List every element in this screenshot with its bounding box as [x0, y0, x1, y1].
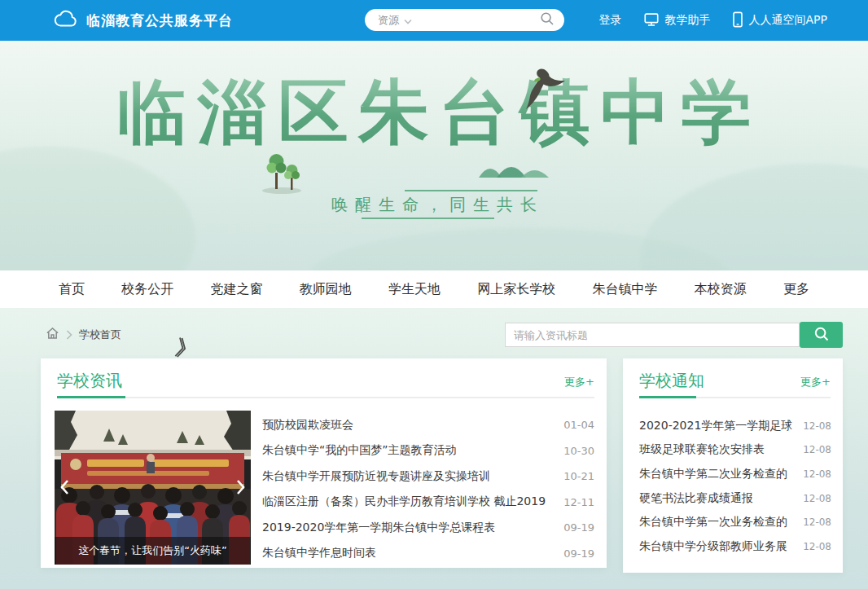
- notice-item-date: 12-08: [803, 420, 831, 432]
- news-item-title: 临淄区注册（备案）民办非学历教育培训学校 截止2019: [262, 494, 554, 509]
- brand-title: 临淄教育公共服务平台: [86, 11, 233, 30]
- notice-item-title: 朱台镇中学分级部教师业务展: [639, 539, 793, 554]
- login-button[interactable]: 登录: [599, 13, 622, 28]
- nav-item-more[interactable]: 更多: [783, 281, 809, 298]
- smartphone-icon: [732, 11, 743, 30]
- divider-accent: [57, 396, 125, 398]
- notice-item-date: 12-08: [803, 541, 831, 552]
- carousel-prev-icon[interactable]: [55, 473, 73, 502]
- chevron-down-icon: [404, 12, 412, 28]
- notice-item-date: 12-08: [803, 444, 831, 455]
- news-list: 预防校园欺凌班会 01-04 朱台镇中学“我的中国梦”主题教育活动 10-30 …: [262, 412, 594, 566]
- news-item-title: 朱台镇中学“我的中国梦”主题教育活动: [262, 443, 554, 458]
- topbar-actions: 登录 教学助手 人人通空间APP: [599, 0, 827, 41]
- news-item[interactable]: 临淄区注册（备案）民办非学历教育培训学校 截止2019 12-11: [262, 490, 594, 516]
- carousel-caption[interactable]: 这个春节，让我们告别“火药味”: [55, 537, 251, 565]
- news-item[interactable]: 朱台镇中学开展预防近视专题讲座及实操培训 10-21: [262, 464, 594, 490]
- news-item-title: 朱台镇中学开展预防近视专题讲座及实操培训: [262, 469, 554, 484]
- notice-item-title: 朱台镇中学第一次业务检查的: [639, 515, 793, 530]
- notice-item[interactable]: 2020-2021学年第一学期足球 12-08: [639, 414, 831, 438]
- news-item-title: 朱台镇中学作息时间表: [262, 546, 554, 560]
- slogan-rule-bottom: [362, 218, 494, 219]
- school-notice-more-link[interactable]: 更多+: [800, 375, 831, 389]
- news-carousel[interactable]: 这个春节，让我们告别“火药味”: [55, 411, 251, 565]
- news-item-date: 12-11: [563, 496, 594, 508]
- monitor-icon: [643, 11, 660, 30]
- brand-link[interactable]: 临淄教育公共服务平台: [54, 0, 233, 41]
- school-notice-card: 学校通知 更多+ 2020-2021学年第一学期足球 12-08 班级足球联赛轮…: [623, 358, 843, 573]
- notice-item-title: 2020-2021学年第一学期足球: [639, 419, 793, 433]
- nav-item-parent-school[interactable]: 网上家长学校: [477, 281, 555, 298]
- nav-item-teacher-garden[interactable]: 教师园地: [300, 281, 352, 298]
- news-item[interactable]: 2019-2020学年第一学期朱台镇中学总课程表 09-19: [262, 515, 594, 541]
- nav-item-home[interactable]: 首页: [59, 281, 85, 298]
- notice-item-title: 朱台镇中学第二次业务检查的: [639, 467, 793, 481]
- notice-item[interactable]: 硬笔书法比赛成绩通报 12-08: [639, 486, 831, 511]
- teaching-assistant-link[interactable]: 教学助手: [643, 11, 711, 30]
- search-icon: [813, 326, 830, 345]
- nav-item-student-world[interactable]: 学生天地: [388, 281, 441, 298]
- news-item[interactable]: 朱台镇中学“我的中国梦”主题教育活动 10-30: [262, 438, 594, 464]
- notice-item[interactable]: 班级足球联赛轮次安排表 12-08: [639, 438, 831, 463]
- news-item-date: 10-30: [563, 445, 594, 457]
- notice-item-title: 硬笔书法比赛成绩通报: [639, 491, 793, 506]
- cloud-icon: [54, 9, 78, 32]
- notice-item-title: 班级足球联赛轮次安排表: [639, 442, 793, 457]
- swallow-bird-icon: [519, 67, 567, 116]
- news-item-date: 01-04: [563, 419, 594, 431]
- breadcrumb-chevron-icon: [66, 327, 72, 343]
- nav-item-party-building[interactable]: 党建之窗: [211, 281, 263, 298]
- slogan-rule-top: [405, 190, 537, 191]
- topbar: 临淄教育公共服务平台 资源 登录 教学助手 人人通空间APP: [0, 0, 868, 41]
- news-item-date: 09-19: [563, 547, 594, 560]
- notice-item[interactable]: 朱台镇中学第一次业务检查的 12-08: [639, 510, 831, 534]
- school-notice-header: 学校通知 更多+: [639, 368, 831, 396]
- mountain-illustration: [479, 156, 552, 181]
- news-search-button[interactable]: [800, 322, 843, 348]
- notice-item-date: 12-08: [803, 516, 831, 528]
- search-scope-select[interactable]: 资源: [378, 13, 399, 28]
- teaching-assistant-label: 教学助手: [665, 13, 711, 28]
- school-news-title: 学校资讯: [57, 370, 122, 392]
- nav-item-school-resources[interactable]: 本校资源: [695, 281, 747, 298]
- news-item[interactable]: 预防校园欺凌班会 01-04: [262, 412, 594, 438]
- main-nav: 首页 校务公开 党建之窗 教师园地 学生天地 网上家长学校 朱台镇中学 本校资源…: [0, 270, 868, 308]
- notice-item[interactable]: 朱台镇中学分级部教师业务展 12-08: [639, 534, 831, 559]
- school-notice-title: 学校通知: [639, 370, 704, 392]
- notice-list: 2020-2021学年第一学期足球 12-08 班级足球联赛轮次安排表 12-0…: [639, 414, 831, 559]
- search-icon[interactable]: [540, 11, 555, 29]
- renrentong-app-link[interactable]: 人人通空间APP: [732, 11, 827, 30]
- news-item-title: 2019-2020学年第一学期朱台镇中学总课程表: [262, 521, 554, 535]
- carousel-next-icon[interactable]: [232, 473, 250, 502]
- school-news-header: 学校资讯 更多+: [57, 368, 594, 396]
- school-news-more-link[interactable]: 更多+: [564, 375, 594, 389]
- renrentong-app-label: 人人通空间APP: [749, 13, 827, 28]
- school-news-card: 学校资讯 更多+: [41, 358, 607, 568]
- nav-item-zhutai-school[interactable]: 朱台镇中学: [593, 281, 658, 298]
- news-search-input[interactable]: [505, 323, 800, 347]
- notice-item-date: 12-08: [803, 468, 831, 480]
- breadcrumb: 学校首页: [46, 327, 121, 343]
- news-item[interactable]: 朱台镇中学作息时间表 09-19: [262, 541, 594, 567]
- home-icon[interactable]: [46, 327, 59, 343]
- topbar-search[interactable]: 资源: [365, 9, 564, 31]
- news-item-date: 10-21: [563, 470, 594, 482]
- hero-banner: 临淄区朱台镇中学 唤醒生命，同生共长: [0, 41, 868, 270]
- notice-item-date: 12-08: [803, 493, 831, 504]
- notice-item[interactable]: 朱台镇中学第二次业务检查的 12-08: [639, 462, 831, 486]
- login-label: 登录: [599, 13, 622, 28]
- news-item-date: 09-19: [563, 521, 594, 534]
- divider: [57, 397, 594, 398]
- school-name-title: 临淄区朱台镇中学: [0, 73, 868, 151]
- breadcrumb-current[interactable]: 学校首页: [79, 327, 121, 342]
- nav-item-school-affairs[interactable]: 校务公开: [121, 281, 173, 298]
- divider-accent: [639, 396, 696, 398]
- slogan-text: 唤醒生命，同生共长: [0, 194, 868, 216]
- news-item-title: 预防校园欺凌班会: [262, 418, 554, 433]
- trees-illustration: [259, 148, 306, 199]
